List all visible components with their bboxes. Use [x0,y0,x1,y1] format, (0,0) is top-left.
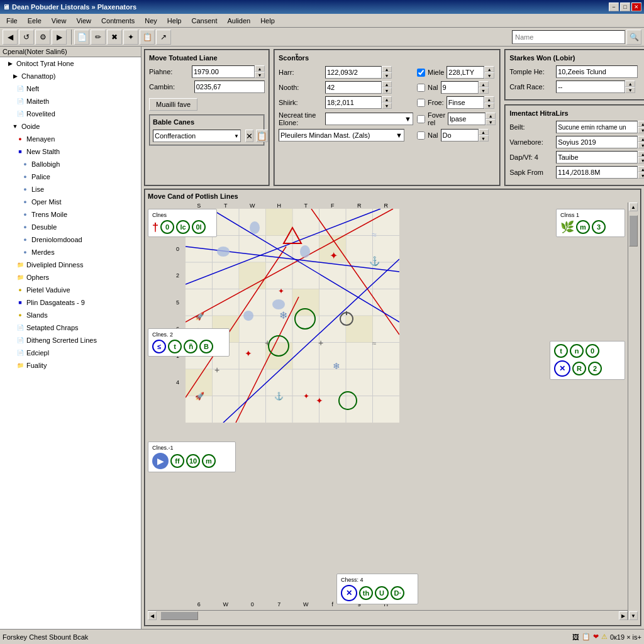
craft-value[interactable]: -- [556,80,625,93]
necreat-dropdown[interactable]: ▼ [325,113,413,125]
vscroll-down-btn[interactable]: ▼ [629,611,638,620]
sidebar-item-pietel[interactable]: ● Pietel Vaduive [0,284,141,296]
clnes2-icon-t[interactable]: t [168,340,182,353]
clnes2-icon-b[interactable]: B [199,340,213,353]
froe-value[interactable]: Finse [447,96,484,109]
beilt-up[interactable]: ▲ [638,121,644,127]
foverrel-checkbox[interactable] [417,115,425,123]
shiirk-down[interactable]: ▼ [382,103,392,109]
nal1-up[interactable]: ▲ [479,81,489,87]
piahne-down-btn[interactable]: ▼ [255,72,265,78]
nal2-up[interactable]: ▲ [479,129,489,135]
chess4-icon-d[interactable]: D· [391,586,404,600]
search-icon-btn[interactable]: 🔍 [626,30,641,45]
foverrel-value[interactable]: lpase [448,113,486,125]
chess4-x-icon[interactable]: ✕ [341,585,357,601]
sidebar-item-lise[interactable]: ● Lise [0,183,141,196]
menu-view1[interactable]: View [47,16,72,26]
toolbar-star-btn[interactable]: ✦ [123,30,138,45]
foverrel-up[interactable]: ▲ [486,113,496,119]
chess4-icon-th[interactable]: th [359,586,373,600]
piahne-up-btn[interactable]: ▲ [255,65,265,72]
sidebar-item-merdes[interactable]: ● Merdes [0,246,141,258]
sidebar-item-trensmoile[interactable]: ● Trens Moile [0,208,141,221]
sidebar-item-dreniolomdooad[interactable]: ● Dreniolomdooad [0,233,141,246]
right-icon-0[interactable]: 0 [586,344,599,358]
nal1-down[interactable]: ▼ [479,87,489,94]
menu-help2[interactable]: Help [255,16,280,26]
clnes-icon-0l[interactable]: 0l [192,220,206,234]
confferaction-dropdown[interactable]: Confferaction ▼ [153,130,241,142]
shiirk-value[interactable]: 18;2,011 [325,96,382,109]
dapvf-value[interactable]: Tauibe [556,151,638,164]
muailli-button[interactable]: Muailli fave [149,98,197,111]
right-icon-n[interactable]: n [570,344,584,358]
hscroll-left-btn[interactable]: ◀ [148,611,157,620]
chess1-icon-3[interactable]: 3 [592,220,606,234]
sidebar-item-ditheng[interactable]: 📄 Ditheng Screrted Lines [0,334,141,347]
varnebore-value[interactable]: Soyius 2019 [556,136,638,148]
dapvf-up[interactable]: ▲ [638,151,644,157]
menu-help1[interactable]: Help [162,16,187,26]
miele-checkbox[interactable] [417,69,425,77]
craft-up[interactable]: ▲ [625,80,635,87]
craft-down[interactable]: ▼ [625,87,635,93]
beilt-value[interactable]: Sucune emin rchame un [556,121,638,133]
varnebore-up[interactable]: ▲ [638,136,644,142]
sidebar-item-menayen[interactable]: ● Menayen [0,133,141,145]
minimize-button[interactable]: − [609,3,619,11]
toolbar-doc-btn[interactable]: 📄 [74,30,89,45]
clnes-1-icon-10[interactable]: 10 [186,454,200,468]
hscroll-right-btn[interactable]: ▶ [619,611,628,620]
nal1-checkbox[interactable] [417,84,425,92]
nal1-value[interactable]: 9 [441,81,479,94]
froe-checkbox[interactable] [417,99,425,107]
nal2-down[interactable]: ▼ [479,135,489,142]
sidebar-item-maiteth[interactable]: 📄 Maiteth [0,95,141,108]
varnebore-down[interactable]: ▼ [638,142,644,148]
sidebar-item-onitоct[interactable]: ▶ Onitоct Tyrat Hone [0,57,141,70]
sapk-value[interactable]: 114,/2018.8M [556,166,638,179]
nooth-value[interactable]: 42 [325,81,382,94]
sidebar-item-slands[interactable]: ● Slands [0,309,141,321]
cambin-value[interactable]: 0235,67 [194,80,265,93]
clnes-1-arrow-icon[interactable]: ▶ [152,453,169,469]
beilt-down[interactable]: ▼ [638,127,644,133]
harr-up[interactable]: ▲ [382,66,392,72]
sidebar-item-desuble[interactable]: ● Desuble [0,221,141,233]
sidebar-item-ballobigh[interactable]: ● Ballobigh [0,158,141,170]
tomple-value[interactable]: 10,Zeeis Tclund [556,65,638,78]
menu-view2[interactable]: View [71,16,96,26]
miele-value[interactable]: 228,LTY [447,66,484,79]
sidebar-item-setapted[interactable]: 📄 Setapted Chraps [0,321,141,334]
horizontal-scrollbar[interactable]: ◀ ▶ [148,610,628,620]
menu-cansent[interactable]: Cansent [186,16,222,26]
froe-up[interactable]: ▲ [484,96,494,103]
right-icon-t[interactable]: t [554,344,568,358]
shiirk-up[interactable]: ▲ [382,96,392,103]
chess1-icon-m[interactable]: m [576,220,590,234]
sidebar-item-ooide[interactable]: ▼ Ooide [0,120,141,133]
menu-file[interactable]: File [1,16,23,26]
harr-down[interactable]: ▼ [382,72,392,79]
hscroll-thumb[interactable] [160,611,198,620]
toolbar-forward-btn[interactable]: ▶ [52,30,67,45]
sapk-up[interactable]: ▲ [638,166,644,172]
clnes-icon-0[interactable]: 0 [160,220,174,234]
sidebar-item-divelipled[interactable]: 📁 Divelipled Dinness [0,258,141,271]
sidebar-item-fuality[interactable]: 📁 Fuality [0,359,141,372]
sidebar-item-ophers[interactable]: 📁 Ophers [0,271,141,284]
toolbar-gear-btn[interactable]: ⚙ [35,30,50,45]
harr-value[interactable]: 122,093/2 [325,66,382,79]
sidebar-item-edciepl[interactable]: 📄 Edciepl [0,347,141,359]
dapvf-down[interactable]: ▼ [638,157,644,164]
sidebar-item-opermist[interactable]: ● Oper Mist [0,196,141,208]
toolbar-export-btn[interactable]: ↗ [156,30,171,45]
clnes-icon-lc[interactable]: lc [176,220,190,234]
froe-down[interactable]: ▼ [484,103,494,109]
clnes2-icon-leq[interactable]: ≤ [152,340,166,353]
nooth-down[interactable]: ▼ [382,87,392,94]
toolbar-delete-btn[interactable]: ✖ [107,30,122,45]
bable-btn2[interactable]: 📋 [256,130,268,142]
miele-down[interactable]: ▼ [484,72,494,79]
